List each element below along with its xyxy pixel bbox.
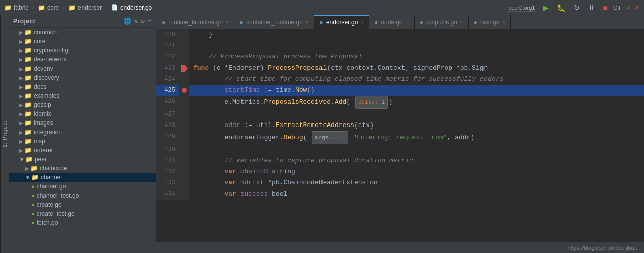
tree-header: Project 🌐 ⇅ ⚙ − <box>9 15 156 28</box>
tree-item-channel-test[interactable]: ● channel_test.go <box>9 191 156 200</box>
breakpoint-dot-425 <box>182 88 187 93</box>
breadcrumb-sep-3: › <box>105 5 108 11</box>
tree-item-integration[interactable]: ▶ 📁 integration <box>9 128 156 137</box>
gutter-430 <box>179 144 189 155</box>
settings-icon[interactable]: ⚙ <box>141 17 145 25</box>
code-line-422: 422 // ProcessProposal process the Propo… <box>156 51 644 62</box>
collapse-arrow: ▶ <box>19 30 23 35</box>
folder-icon-chaincode: 📁 <box>30 165 38 172</box>
file-icon-tab3: ● <box>319 19 323 26</box>
code-line-434: 434 var success bool <box>156 188 644 200</box>
tree-item-examples[interactable]: ▶ 📁 examples <box>9 91 156 100</box>
gutter-422 <box>179 51 189 62</box>
tab-close-runtime[interactable]: × <box>226 19 229 25</box>
tab-lscc[interactable]: ● lscc.go × <box>469 15 511 29</box>
folder-icon-common: 📁 <box>24 29 32 36</box>
tree-item-crypto-config[interactable]: ▶ 📁 crypto-config <box>9 46 156 55</box>
gutter-432 <box>179 166 189 177</box>
collapse-arrow-channel: ▼ <box>25 175 30 180</box>
tree-item-gossip[interactable]: ▶ 📁 gossip <box>9 100 156 109</box>
line-num-421: 421 <box>156 40 179 51</box>
debug-button[interactable]: 🐛 <box>555 3 568 13</box>
tree-item-images[interactable]: ▶ 📁 images <box>9 118 156 128</box>
line-content-420: } <box>189 29 644 40</box>
tree-item-discovery[interactable]: ▶ 📁 discovery <box>9 73 156 82</box>
folder-icon: 📁 <box>4 4 12 11</box>
git-label: Git: <box>613 5 622 11</box>
tree-item-peer[interactable]: ▼ 📁 peer <box>9 155 156 164</box>
tree-item-idemix[interactable]: ▶ 📁 idemix <box>9 109 156 118</box>
reload-button[interactable]: ↻ <box>572 3 582 13</box>
tree-item-orderer[interactable]: ▶ 📁 orderer <box>9 146 156 155</box>
folder-icon-docs: 📁 <box>24 83 32 90</box>
gutter-429 <box>179 131 189 144</box>
code-scroll[interactable]: 420 } 421 422 // ProcessProposal process… <box>156 29 644 242</box>
file-tree[interactable]: Project 🌐 ⇅ ⚙ − ▶ 📁 common ▶ 📁 core ▶ 📁 … <box>9 15 156 253</box>
tab-close-node[interactable]: × <box>406 19 409 25</box>
breadcrumb-core[interactable]: 📁 core <box>38 4 59 11</box>
peer-selector[interactable]: peer0.org1 <box>506 4 537 12</box>
line-num-420: 420 <box>156 29 179 40</box>
tree-item-devenv[interactable]: ▶ 📁 devenv <box>9 64 156 73</box>
tab-close-container[interactable]: × <box>306 19 309 25</box>
breadcrumb-sep-1: › <box>31 5 35 11</box>
collapse-arrow-images: ▶ <box>19 120 23 126</box>
tree-item-create-test[interactable]: ● create_test.go <box>9 209 156 218</box>
sort-icon[interactable]: ⇅ <box>134 17 138 25</box>
tree-item-msp[interactable]: ▶ 📁 msp <box>9 137 156 146</box>
collapse-arrow-gossip: ▶ <box>19 102 23 108</box>
tree-item-fetch-go[interactable]: ● fetch.go <box>9 218 156 227</box>
code-line-420: 420 } <box>156 29 644 40</box>
collapse-arrow-examples: ▶ <box>19 93 23 99</box>
line-content-426: e.Metrics.ProposalsReceived.Add( delta: … <box>189 96 644 109</box>
main-area: 1: Project Project 🌐 ⇅ ⚙ − ▶ 📁 common ▶ … <box>0 15 644 253</box>
pause-button[interactable]: ⏸ <box>586 3 597 13</box>
minimize-icon[interactable]: − <box>148 17 152 25</box>
file-icon-fetch-go: ● <box>31 220 35 226</box>
tree-item-chaincode[interactable]: ▶ 📁 chaincode <box>9 164 156 173</box>
line-num-429: 429 <box>156 131 179 144</box>
gutter-428 <box>179 120 189 131</box>
tree-item-docs[interactable]: ▶ 📁 docs <box>9 82 156 91</box>
breadcrumb-endorser-folder[interactable]: 📁 endorser <box>68 4 102 11</box>
line-num-430: 430 <box>156 144 179 155</box>
tab-close-proputils[interactable]: × <box>460 19 463 25</box>
folder-icon-msp: 📁 <box>24 138 32 145</box>
tree-item-dev-network[interactable]: ▶ 📁 dev-network <box>9 55 156 64</box>
run-button[interactable]: ▶ <box>541 3 551 13</box>
tree-item-channel-go[interactable]: ● channel.go <box>9 182 156 191</box>
line-num-422: 422 <box>156 51 179 62</box>
code-line-428: 428 addr := util.ExtractRemoteAddress(ct… <box>156 120 644 131</box>
gutter-426 <box>179 96 189 109</box>
globe-icon[interactable]: 🌐 <box>123 17 131 25</box>
gutter-433 <box>179 177 189 188</box>
gutter-424 <box>179 74 189 85</box>
code-line-426: 426 e.Metrics.ProposalsReceived.Add( del… <box>156 96 644 109</box>
tree-item-core[interactable]: ▶ 📁 core <box>9 37 156 46</box>
tree-title: Project <box>13 18 35 25</box>
tab-proputils[interactable]: ● proputils.go × <box>415 15 469 29</box>
git-cross-icon: ✗ <box>635 4 640 11</box>
stop-button[interactable]: ■ <box>601 3 609 13</box>
tab-node-go[interactable]: ● node.go × <box>369 15 414 29</box>
breadcrumb-endorser-file[interactable]: 📄 endorser.go <box>111 4 152 11</box>
line-content-433: var hdrExt *pb.ChaincodeHeaderExtension <box>189 177 644 188</box>
code-line-429: 429 endorserLogger.Debug( args...: "Ente… <box>156 131 644 144</box>
collapse-arrow-core: ▶ <box>19 39 23 44</box>
tab-container-runtime[interactable]: ● container_runtime.go × <box>234 15 314 29</box>
tab-runtime-launcher[interactable]: ● runtime_launcher.go × <box>156 15 234 29</box>
tree-item-channel[interactable]: ▼ 📁 channel <box>9 173 156 182</box>
tab-close-lscc[interactable]: × <box>502 19 505 25</box>
line-num-433: 433 <box>156 177 179 188</box>
tab-close-endorser[interactable]: × <box>361 20 364 25</box>
file-icon-tab: ● <box>162 19 165 26</box>
tab-endorser-go[interactable]: ● endorser.go × <box>314 15 369 29</box>
tree-item-common[interactable]: ▶ 📁 common <box>9 28 156 37</box>
line-content-429: endorserLogger.Debug( args...: "Entering… <box>189 131 644 144</box>
gutter-423 <box>179 62 189 74</box>
tree-item-create-go[interactable]: ● create.go <box>9 200 156 209</box>
breadcrumb-fabric[interactable]: 📁 fabric <box>4 4 28 11</box>
breadcrumb-sep-2: › <box>62 5 65 11</box>
line-num-431: 431 <box>156 155 179 166</box>
collapse-arrow-chaincode: ▶ <box>25 166 29 171</box>
